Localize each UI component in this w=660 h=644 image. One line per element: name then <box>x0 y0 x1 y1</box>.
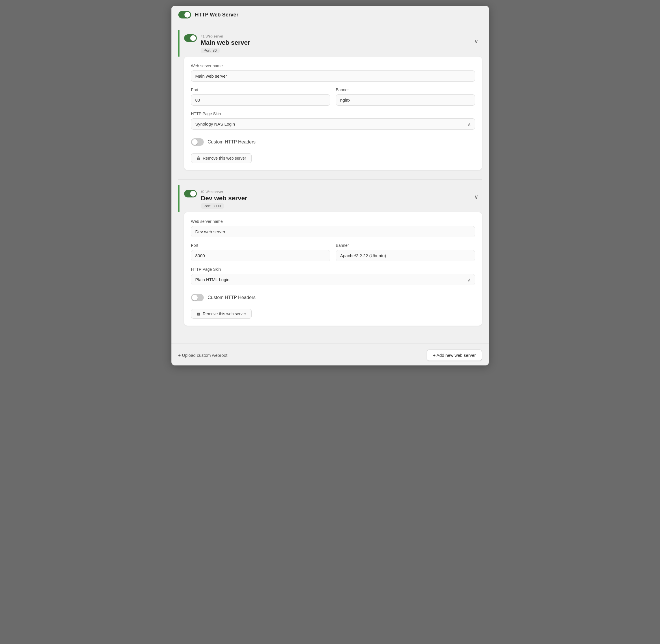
trash-icon-2: 🗑 <box>196 312 201 316</box>
server-2-custom-headers-row: Custom HTTP Headers <box>191 291 475 304</box>
server-2-port-label: Port <box>191 243 330 248</box>
web-server-section-2: #2 Web server Dev web server Port: 8000 … <box>178 185 482 326</box>
server-1-skin-select-wrapper: Synology NAS Login Plain HTML Login <box>191 118 475 130</box>
add-server-button[interactable]: + Add new web server <box>427 350 482 361</box>
server-2-toggle[interactable] <box>184 190 197 198</box>
server-1-banner-input[interactable] <box>336 94 475 106</box>
web-server-section-1: #1 Web server Main web server Port: 80 ∨… <box>178 30 482 170</box>
server-1-number: #1 Web server <box>201 34 469 39</box>
server-1-custom-headers-label: Custom HTTP Headers <box>208 139 256 145</box>
server-2-name-input[interactable] <box>191 226 475 237</box>
content-area: #1 Web server Main web server Port: 80 ∨… <box>171 24 489 341</box>
server-2-port-badge: Port: 8000 <box>201 203 224 209</box>
server-2-port-group: Port <box>191 243 330 261</box>
server-2-card: Web server name Port Banner HTTP Page Sk… <box>184 212 482 326</box>
server-1-custom-headers-toggle[interactable] <box>191 138 204 146</box>
server-2-banner-group: Banner <box>336 243 475 261</box>
server-1-name: Main web server <box>201 39 469 46</box>
server-2-port-banner-row: Port Banner <box>191 243 475 261</box>
server-2-custom-headers-toggle[interactable] <box>191 294 204 301</box>
server-1-banner-group: Banner <box>336 88 475 106</box>
server-2-name-label: Web server name <box>191 219 475 224</box>
server-2-banner-label: Banner <box>336 243 475 248</box>
server-2-remove-label: Remove this web server <box>203 312 246 316</box>
server-2-info: #2 Web server Dev web server Port: 8000 <box>201 190 469 209</box>
server-1-port-input[interactable] <box>191 94 330 106</box>
app-window: HTTP Web Server #1 Web server Main web s… <box>171 6 489 365</box>
server-1-remove-label: Remove this web server <box>203 156 246 161</box>
server-2-remove-button[interactable]: 🗑 Remove this web server <box>191 309 252 319</box>
main-toggle[interactable] <box>178 11 191 19</box>
server-1-skin-select[interactable]: Synology NAS Login Plain HTML Login <box>191 118 475 130</box>
server-2-port-input[interactable] <box>191 250 330 261</box>
server-1-card: Web server name Port Banner HTTP Page Sk… <box>184 56 482 170</box>
server-1-port-banner-row: Port Banner <box>191 88 475 106</box>
server-1-name-group: Web server name <box>191 64 475 82</box>
server-1-skin-label: HTTP Page Skin <box>191 111 475 116</box>
server-1-port-label: Port <box>191 88 330 92</box>
server-2-skin-select-wrapper: Plain HTML Login Synology NAS Login <box>191 274 475 285</box>
server-2-custom-headers-label: Custom HTTP Headers <box>208 295 256 300</box>
server-1-remove-button[interactable]: 🗑 Remove this web server <box>191 153 252 163</box>
upload-webroot-link[interactable]: + Upload custom webroot <box>178 353 228 358</box>
server-header-1: #1 Web server Main web server Port: 80 ∨ <box>178 30 482 56</box>
server-1-port-group: Port <box>191 88 330 106</box>
server-2-name: Dev web server <box>201 194 469 202</box>
trash-icon-1: 🗑 <box>196 156 201 161</box>
server-2-skin-select[interactable]: Plain HTML Login Synology NAS Login <box>191 274 475 285</box>
server-1-name-label: Web server name <box>191 64 475 68</box>
server-1-skin-group: HTTP Page Skin Synology NAS Login Plain … <box>191 111 475 130</box>
server-1-custom-headers-row: Custom HTTP Headers <box>191 135 475 149</box>
server-2-skin-label: HTTP Page Skin <box>191 267 475 272</box>
server-1-toggle[interactable] <box>184 34 197 42</box>
server-1-banner-label: Banner <box>336 88 475 92</box>
server-2-skin-group: HTTP Page Skin Plain HTML Login Synology… <box>191 267 475 285</box>
server-1-chevron-icon[interactable]: ∨ <box>473 37 480 46</box>
server-2-number: #2 Web server <box>201 190 469 194</box>
server-1-name-input[interactable] <box>191 70 475 82</box>
footer-bar: + Upload custom webroot + Add new web se… <box>171 344 489 365</box>
server-header-2: #2 Web server Dev web server Port: 8000 … <box>178 185 482 212</box>
server-1-port-badge: Port: 80 <box>201 48 220 53</box>
server-1-info: #1 Web server Main web server Port: 80 <box>201 34 469 53</box>
server-2-chevron-icon[interactable]: ∨ <box>473 192 480 202</box>
title-bar: HTTP Web Server <box>171 6 489 24</box>
app-title: HTTP Web Server <box>195 12 238 18</box>
divider <box>178 179 482 180</box>
server-2-banner-input[interactable] <box>336 250 475 261</box>
server-2-name-group: Web server name <box>191 219 475 237</box>
